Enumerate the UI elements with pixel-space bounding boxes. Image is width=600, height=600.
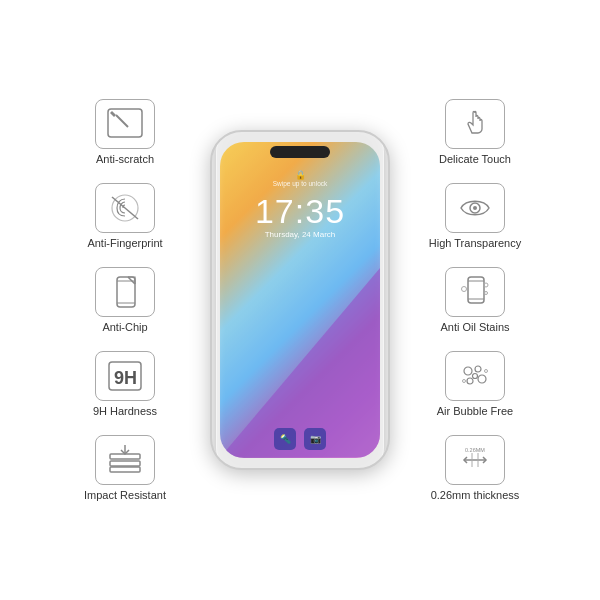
anti-scratch-icon (106, 107, 144, 141)
features-right: Delicate Touch High Transparency (410, 99, 540, 501)
air-bubble-label: Air Bubble Free (437, 405, 513, 417)
svg-point-24 (464, 367, 472, 375)
phone-date: Thursday, 24 March (220, 230, 380, 239)
feature-high-transparency: High Transparency (429, 183, 521, 249)
dock-icon-1: 🔦 (274, 428, 296, 450)
impact-resistant-label: Impact Resistant (84, 489, 166, 501)
feature-anti-oil: Anti Oil Stains (440, 267, 509, 333)
thickness-label: 0.26mm thickness (431, 489, 520, 501)
svg-rect-11 (110, 461, 140, 466)
feature-impact-resistant: Impact Resistant (84, 435, 166, 501)
high-transparency-label: High Transparency (429, 237, 521, 249)
thickness-icon-box: 0.26MM (445, 435, 505, 485)
features-left: Anti-scratch Anti-Fingerprint (60, 99, 190, 501)
feature-thickness: 0.26MM 0.26mm thickness (431, 435, 520, 501)
svg-point-25 (475, 366, 481, 372)
high-transparency-icon (456, 191, 494, 225)
9h-hardness-icon: 9H (106, 359, 144, 393)
svg-point-23 (485, 292, 488, 295)
anti-fingerprint-icon (106, 191, 144, 225)
anti-fingerprint-icon-box (95, 183, 155, 233)
anti-oil-icon (456, 275, 494, 309)
anti-oil-icon-box (445, 267, 505, 317)
impact-resistant-icon (106, 443, 144, 477)
phone-wrapper: 🔒 Swipe up to unlock 17:35 Thursday, 24 … (200, 130, 400, 470)
dock-icon-2: 📷 (304, 428, 326, 450)
delicate-touch-icon (456, 107, 494, 141)
feature-delicate-touch: Delicate Touch (439, 99, 511, 165)
phone-screen: 🔒 Swipe up to unlock 17:35 Thursday, 24 … (220, 142, 380, 458)
impact-resistant-icon-box (95, 435, 155, 485)
svg-text:9H: 9H (114, 368, 137, 388)
svg-text:0.26MM: 0.26MM (465, 447, 485, 453)
phone-dock: 🔦 📷 (274, 428, 326, 450)
svg-point-27 (467, 378, 473, 384)
anti-fingerprint-label: Anti-Fingerprint (87, 237, 162, 249)
feature-anti-chip: Anti-Chip (95, 267, 155, 333)
air-bubble-icon (456, 359, 494, 393)
swipe-text: Swipe up to unlock (220, 180, 380, 187)
air-bubble-icon-box (445, 351, 505, 401)
thickness-icon: 0.26MM (456, 443, 494, 477)
svg-rect-13 (110, 467, 140, 472)
anti-chip-icon-box (95, 267, 155, 317)
phone-device: 🔒 Swipe up to unlock 17:35 Thursday, 24 … (210, 130, 390, 470)
delicate-touch-label: Delicate Touch (439, 153, 511, 165)
phone-time: 17:35 (220, 192, 380, 231)
svg-point-21 (462, 287, 467, 292)
svg-point-26 (478, 375, 486, 383)
feature-anti-fingerprint: Anti-Fingerprint (87, 183, 162, 249)
feature-9h-hardness: 9H 9H Hardness (93, 351, 157, 417)
high-transparency-icon-box (445, 183, 505, 233)
delicate-touch-icon-box (445, 99, 505, 149)
anti-chip-icon (106, 275, 144, 309)
feature-anti-scratch: Anti-scratch (95, 99, 155, 165)
phone-notch (270, 146, 330, 158)
svg-point-30 (485, 370, 488, 373)
anti-scratch-label: Anti-scratch (96, 153, 154, 165)
svg-point-17 (473, 206, 477, 210)
anti-scratch-icon-box (95, 99, 155, 149)
svg-line-1 (116, 115, 128, 127)
9h-hardness-icon-box: 9H (95, 351, 155, 401)
svg-point-28 (473, 374, 478, 379)
feature-air-bubble-free: Air Bubble Free (437, 351, 513, 417)
lock-icon: 🔒 (220, 170, 380, 180)
svg-point-29 (463, 380, 466, 383)
svg-marker-2 (110, 111, 116, 117)
main-container: Anti-scratch Anti-Fingerprint (0, 0, 600, 600)
anti-oil-label: Anti Oil Stains (440, 321, 509, 333)
anti-chip-label: Anti-Chip (102, 321, 147, 333)
9h-hardness-label: 9H Hardness (93, 405, 157, 417)
